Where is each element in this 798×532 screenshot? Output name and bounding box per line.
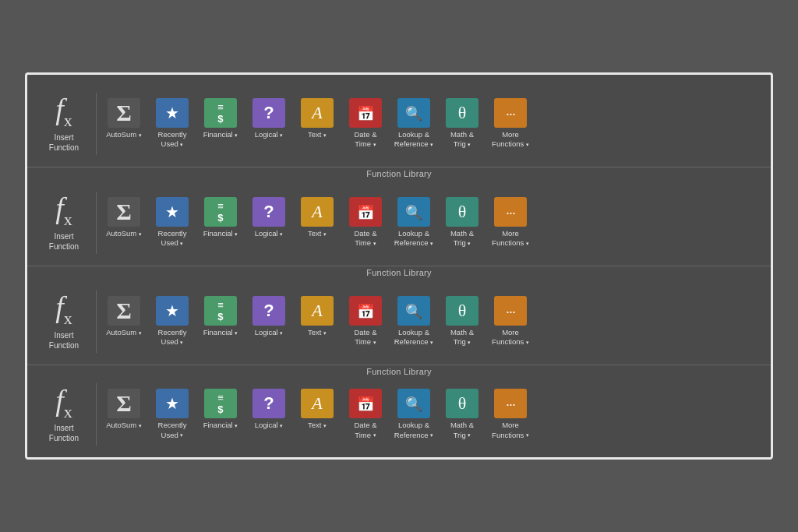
more-functions-button-4[interactable]: MoreFunctions ▾ xyxy=(488,387,533,442)
logical-icon-4 xyxy=(252,389,285,418)
financial-button-4[interactable]: ≡$ Financial ▾ xyxy=(198,387,243,432)
logical-button-1[interactable]: Logical ▾ xyxy=(246,97,291,141)
lookup-label-2: Lookup &Reference ▾ xyxy=(394,229,433,248)
fx-icon-4: fx xyxy=(55,386,72,421)
autosum-button-3[interactable]: Σ AutoSum ▾ xyxy=(101,294,147,339)
fx-icon-1: fx xyxy=(55,94,72,129)
datetime-label-3: Date &Time ▾ xyxy=(354,328,376,347)
logical-button-3[interactable]: Logical ▾ xyxy=(246,294,291,339)
more-functions-icon-2 xyxy=(494,197,527,227)
autosum-label-2: AutoSum ▾ xyxy=(106,229,142,238)
mathtrig-icon-2 xyxy=(446,197,478,227)
mathtrig-label-3: Math &Trig ▾ xyxy=(450,328,474,347)
section-label-1: Function Library xyxy=(27,167,771,180)
logical-label-3: Logical ▾ xyxy=(255,328,284,337)
insert-function-button-4[interactable]: fx InsertFunction xyxy=(37,382,91,447)
autosum-icon-4: Σ xyxy=(108,389,140,418)
function-library-group-2: Σ AutoSum ▾ RecentlyUsed ▾ ≡$ Financial … xyxy=(101,196,533,250)
recently-used-button-1[interactable]: RecentlyUsed ▾ xyxy=(150,97,195,151)
insert-function-label-3: InsertFunction xyxy=(49,330,79,351)
datetime-icon-3 xyxy=(349,296,382,326)
more-functions-button-1[interactable]: MoreFunctions ▾ xyxy=(488,97,533,151)
mathtrig-button-3[interactable]: Math &Trig ▾ xyxy=(440,294,485,349)
divider-3 xyxy=(96,291,97,353)
lookup-button-2[interactable]: Lookup &Reference ▾ xyxy=(391,196,436,250)
lookup-label-3: Lookup &Reference ▾ xyxy=(394,328,433,347)
section-label-3: Function Library xyxy=(27,365,771,378)
insert-function-button-2[interactable]: fx InsertFunction xyxy=(37,190,91,255)
logical-label-2: Logical ▾ xyxy=(255,229,284,238)
mathtrig-label-1: Math &Trig ▾ xyxy=(450,130,474,150)
text-label-4: Text ▾ xyxy=(308,421,327,430)
recently-used-icon-2 xyxy=(156,197,189,227)
mathtrig-button-4[interactable]: Math &Trig ▾ xyxy=(440,387,485,442)
datetime-icon-2 xyxy=(349,197,382,227)
autosum-button-1[interactable]: Σ AutoSum ▾ xyxy=(101,97,147,141)
recently-used-button-4[interactable]: RecentlyUsed ▾ xyxy=(150,387,195,442)
text-button-4[interactable]: Text ▾ xyxy=(295,387,340,432)
function-library-group-3: Σ AutoSum ▾ RecentlyUsed ▾ ≡$ Financial … xyxy=(101,294,533,349)
logical-button-2[interactable]: Logical ▾ xyxy=(246,196,291,240)
financial-button-3[interactable]: ≡$ Financial ▾ xyxy=(198,294,243,339)
lookup-button-3[interactable]: Lookup &Reference ▾ xyxy=(391,294,436,349)
datetime-label-4: Date &Time ▾ xyxy=(354,421,376,440)
financial-icon-2: ≡$ xyxy=(204,197,237,227)
section-label-2: Function Library xyxy=(27,266,771,279)
text-button-1[interactable]: Text ▾ xyxy=(295,97,340,141)
more-functions-icon-3 xyxy=(494,296,527,326)
datetime-label-2: Date &Time ▾ xyxy=(354,229,376,248)
mathtrig-icon-3 xyxy=(446,296,478,326)
lookup-icon-2 xyxy=(397,197,430,227)
fx-icon-2: fx xyxy=(55,193,72,228)
logical-label-1: Logical ▾ xyxy=(255,130,284,139)
text-button-3[interactable]: Text ▾ xyxy=(295,294,340,339)
recently-used-button-3[interactable]: RecentlyUsed ▾ xyxy=(150,294,195,349)
lookup-button-1[interactable]: Lookup &Reference ▾ xyxy=(391,97,436,151)
fx-icon-3: fx xyxy=(55,292,72,327)
more-functions-button-2[interactable]: MoreFunctions ▾ xyxy=(488,196,533,250)
financial-label-2: Financial ▾ xyxy=(203,229,238,238)
text-label-2: Text ▾ xyxy=(308,229,327,238)
datetime-button-3[interactable]: Date &Time ▾ xyxy=(343,294,388,349)
autosum-button-2[interactable]: Σ AutoSum ▾ xyxy=(101,196,147,240)
lookup-icon-1 xyxy=(397,98,430,128)
recently-used-label-4: RecentlyUsed ▾ xyxy=(158,421,187,440)
autosum-icon-1: Σ xyxy=(108,98,140,128)
more-functions-label-3: MoreFunctions ▾ xyxy=(492,328,529,347)
logical-label-4: Logical ▾ xyxy=(255,421,284,430)
financial-button-1[interactable]: ≡$ Financial ▾ xyxy=(198,97,243,141)
datetime-button-2[interactable]: Date &Time ▾ xyxy=(343,196,388,250)
insert-function-label-2: InsertFunction xyxy=(49,231,79,252)
lookup-button-4[interactable]: Lookup &Reference ▾ xyxy=(391,387,436,442)
recently-used-icon-3 xyxy=(156,296,189,326)
mathtrig-button-1[interactable]: Math &Trig ▾ xyxy=(440,97,485,151)
financial-button-2[interactable]: ≡$ Financial ▾ xyxy=(198,196,243,240)
ribbon-row-1: fx InsertFunction Σ AutoSum ▾ RecentlyUs… xyxy=(27,81,771,167)
datetime-button-4[interactable]: Date &Time ▾ xyxy=(343,387,388,442)
mathtrig-icon-4 xyxy=(446,389,478,418)
function-library-group-1: Σ AutoSum ▾ RecentlyUsed ▾ ≡$ Financial … xyxy=(101,97,533,151)
recently-used-icon-1 xyxy=(156,98,189,128)
more-functions-button-3[interactable]: MoreFunctions ▾ xyxy=(488,294,533,349)
autosum-button-4[interactable]: Σ AutoSum ▾ xyxy=(101,387,147,432)
autosum-label-3: AutoSum ▾ xyxy=(106,328,142,337)
recently-used-button-2[interactable]: RecentlyUsed ▾ xyxy=(150,196,195,250)
logical-button-4[interactable]: Logical ▾ xyxy=(246,387,291,432)
recently-used-icon-4 xyxy=(156,389,189,418)
autosum-label-1: AutoSum ▾ xyxy=(106,130,142,139)
financial-label-4: Financial ▾ xyxy=(203,421,238,430)
lookup-icon-3 xyxy=(397,296,430,326)
insert-function-label-4: InsertFunction xyxy=(49,423,79,443)
more-functions-label-4: MoreFunctions ▾ xyxy=(492,421,529,440)
financial-label-3: Financial ▾ xyxy=(203,328,238,337)
text-button-2[interactable]: Text ▾ xyxy=(295,196,340,240)
text-icon-2 xyxy=(301,197,334,227)
ribbon-row-3: fx InsertFunction Σ AutoSum ▾ RecentlyUs… xyxy=(27,279,771,365)
insert-function-button-1[interactable]: fx InsertFunction xyxy=(37,91,91,156)
datetime-button-1[interactable]: Date &Time ▾ xyxy=(343,97,388,151)
text-label-3: Text ▾ xyxy=(308,328,327,337)
mathtrig-button-2[interactable]: Math &Trig ▾ xyxy=(440,196,485,250)
logical-icon-1 xyxy=(252,98,285,128)
logical-icon-2 xyxy=(252,197,285,227)
insert-function-button-3[interactable]: fx InsertFunction xyxy=(37,289,91,354)
